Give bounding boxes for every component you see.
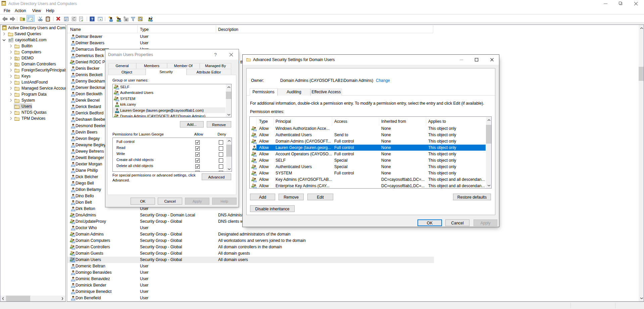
svg-text:?: ? bbox=[91, 17, 93, 21]
